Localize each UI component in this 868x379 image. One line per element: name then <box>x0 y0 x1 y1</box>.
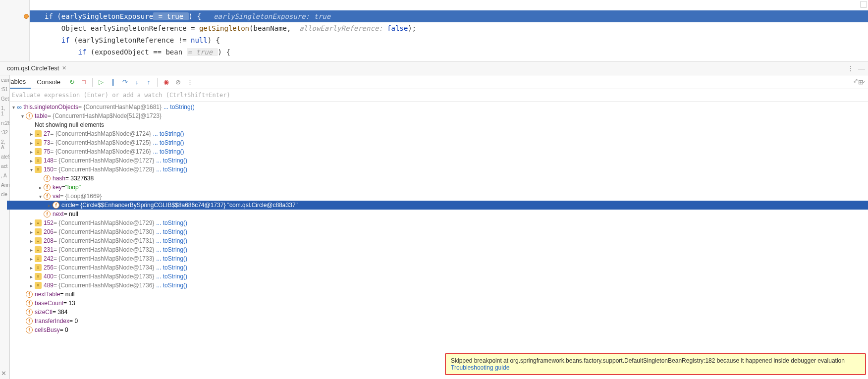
tree-row[interactable]: f transferIndex = 0 <box>7 317 868 325</box>
tostring-link[interactable]: ... toString() <box>153 139 184 146</box>
tostring-link[interactable]: ... toString() <box>156 273 187 280</box>
field-icon: f <box>26 326 33 333</box>
code-editor[interactable]: if (earlySingletonExposure = true ) { ea… <box>0 0 868 61</box>
tab-console[interactable]: Console <box>32 76 65 88</box>
expand-icon[interactable] <box>28 167 35 172</box>
breakpoint-notification: Skipped breakpoint at org.springframewor… <box>445 353 866 375</box>
step-over-icon[interactable]: ↷ <box>120 78 129 87</box>
expand-icon[interactable] <box>46 203 53 208</box>
index-icon: ≡ <box>35 157 42 164</box>
evaluate-expression-input[interactable]: Evaluate expression (Enter) or add a wat… <box>0 89 868 102</box>
rerun-icon[interactable]: ↻ <box>67 78 76 87</box>
tree-row[interactable]: ≡ 75 = {ConcurrentHashMap$Node@1726} ...… <box>7 147 868 156</box>
more-icon[interactable]: ⋮ <box>847 64 854 72</box>
expand-icon[interactable] <box>28 256 35 262</box>
debug-toolbar: riables Console ↻ □ ▷ ‖ ↷ ↓ ↑ ◉ ⊘ ⋮ ⊞ <box>0 75 868 89</box>
tree-row[interactable]: ≡ 231 = {ConcurrentHashMap$Node@1732} ..… <box>7 245 868 254</box>
debug-tab[interactable]: com.qsl.CircleTest ✕ <box>3 62 70 74</box>
tree-row[interactable]: f hash = 3327638 <box>7 174 868 183</box>
expand-icon[interactable] <box>10 105 17 110</box>
troubleshooting-link[interactable]: Troubleshooting guide <box>451 364 509 371</box>
expand-icon[interactable] <box>28 140 35 146</box>
expand-icon[interactable] <box>28 220 35 226</box>
expand-icon[interactable] <box>28 131 35 137</box>
index-icon: ≡ <box>35 246 42 253</box>
index-icon: ≡ <box>35 237 42 244</box>
hide-panel-icon[interactable]: ✕ <box>1 370 6 377</box>
tostring-link[interactable]: ... toString() <box>156 219 187 226</box>
tree-row[interactable]: ≡ 208 = {ConcurrentHashMap$Node@1731} ..… <box>7 236 868 245</box>
tree-row[interactable]: ≡ 206 = {ConcurrentHashMap$Node@1730} ..… <box>7 227 868 236</box>
settings-icon[interactable]: ⌄ <box>861 77 866 84</box>
tree-row[interactable]: ≡ 152 = {ConcurrentHashMap$Node@1729} ..… <box>7 218 868 227</box>
code-line[interactable]: Object earlySingletonReference = getSing… <box>0 22 868 34</box>
view-breakpoints-icon[interactable]: ◉ <box>162 78 170 87</box>
variables-tree[interactable]: ∞ this.singletonObjects = {ConcurrentHas… <box>0 102 868 378</box>
tostring-link[interactable]: ... toString() <box>156 157 187 164</box>
editor-scrollbar-marker[interactable] <box>860 1 867 8</box>
resume-icon[interactable]: ▷ <box>97 78 106 87</box>
tree-row[interactable]: ∞ this.singletonObjects = {ConcurrentHas… <box>7 103 868 111</box>
expand-icon[interactable] <box>28 229 35 235</box>
close-icon[interactable]: ✕ <box>62 65 66 71</box>
expand-icon[interactable] <box>28 274 35 279</box>
tree-row[interactable]: f next = null <box>7 210 868 218</box>
expand-icon[interactable] <box>28 158 35 163</box>
expand-icon[interactable] <box>37 194 44 199</box>
tree-row[interactable]: ≡ 256 = {ConcurrentHashMap$Node@1734} ..… <box>7 263 868 272</box>
index-icon: ≡ <box>35 228 42 235</box>
tree-row[interactable]: f nextTable = null <box>7 290 868 299</box>
code-line-selected[interactable]: if (earlySingletonExposure = true ) { ea… <box>0 10 868 22</box>
tree-row-selected[interactable]: f circle = {Circle$$EnhancerBySpringCGLI… <box>7 201 868 210</box>
index-icon: ≡ <box>35 264 42 271</box>
debug-panel-header: com.qsl.CircleTest ✕ ⋮ — <box>0 61 868 75</box>
tree-row[interactable]: f sizeCtl = 384 <box>7 308 868 317</box>
tostring-link[interactable]: ... toString() <box>156 264 187 271</box>
step-out-icon[interactable]: ↑ <box>144 78 153 87</box>
tree-row[interactable]: ≡ 27 = {ConcurrentHashMap$Node@1724} ...… <box>7 129 868 138</box>
tostring-link[interactable]: ... toString() <box>156 255 187 262</box>
tostring-link[interactable]: ... toString() <box>153 148 184 155</box>
expand-icon[interactable] <box>37 185 44 190</box>
tostring-link[interactable]: ... toString() <box>156 166 187 173</box>
tree-row[interactable]: f cellsBusy = 0 <box>7 325 868 334</box>
expand-icon[interactable] <box>28 265 35 271</box>
index-icon: ≡ <box>35 282 42 289</box>
code-line[interactable]: if (earlySingletonReference != null) { <box>0 34 868 46</box>
stop-icon[interactable]: □ <box>79 78 88 87</box>
tree-row[interactable]: ≡ 148 = {ConcurrentHashMap$Node@1727} ..… <box>7 156 868 165</box>
step-into-icon[interactable]: ↓ <box>132 78 141 87</box>
tostring-link[interactable]: ... toString() <box>156 237 187 244</box>
tree-row[interactable]: f baseCount = 13 <box>7 299 868 308</box>
tostring-link[interactable]: ... toString() <box>156 228 187 235</box>
tree-row[interactable]: ≡ 242 = {ConcurrentHashMap$Node@1733} ..… <box>7 254 868 263</box>
code-line[interactable]: if (exposedObject == bean = true ) { <box>0 46 868 58</box>
mute-breakpoints-icon[interactable]: ⊘ <box>173 78 182 87</box>
tostring-link[interactable]: ... toString() <box>163 104 195 110</box>
expand-icon[interactable]: ⤢ <box>853 77 858 84</box>
tree-row[interactable]: ≡ 489 = {ConcurrentHashMap$Node@1736} ..… <box>7 281 868 290</box>
expand-icon[interactable] <box>28 149 35 155</box>
tree-row[interactable]: f val = {Loop@1669} <box>7 192 868 201</box>
pause-icon[interactable]: ‖ <box>108 78 117 87</box>
expand-icon[interactable] <box>28 283 35 288</box>
minimize-icon[interactable]: — <box>858 64 865 72</box>
expand-icon[interactable] <box>19 113 26 119</box>
index-icon: ≡ <box>35 273 42 280</box>
tree-row[interactable]: f table = {ConcurrentHashMap$Node[512]@1… <box>7 111 868 120</box>
tostring-link[interactable]: ... toString() <box>153 130 184 137</box>
tree-row[interactable]: ≡ 400 = {ConcurrentHashMap$Node@1735} ..… <box>7 272 868 281</box>
tree-row[interactable]: ≡ 150 = {ConcurrentHashMap$Node@1728} ..… <box>7 165 868 174</box>
more-actions-icon[interactable]: ⋮ <box>185 78 194 87</box>
field-icon: f <box>44 211 51 217</box>
expand-icon[interactable] <box>28 238 35 244</box>
tree-row[interactable]: ≡ 73 = {ConcurrentHashMap$Node@1725} ...… <box>7 138 868 147</box>
tab-title: com.qsl.CircleTest <box>7 64 59 72</box>
tostring-link[interactable]: ... toString() <box>156 282 187 289</box>
tree-row[interactable]: f key = "loop" <box>7 183 868 192</box>
breakpoint-icon[interactable] <box>24 14 29 19</box>
field-icon: f <box>53 202 59 209</box>
tostring-link[interactable]: ... toString() <box>156 246 187 253</box>
field-icon: f <box>44 175 51 182</box>
expand-icon[interactable] <box>28 247 35 253</box>
